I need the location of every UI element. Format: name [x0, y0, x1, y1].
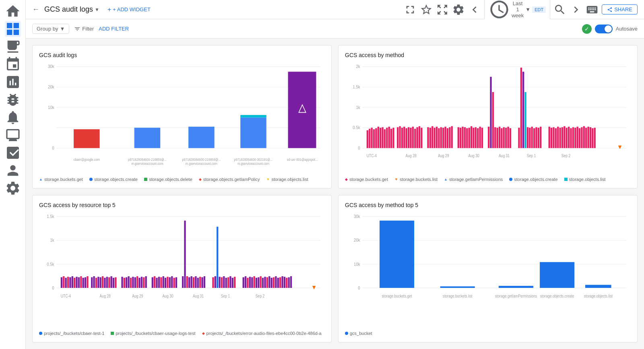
svg-rect-11 [188, 127, 215, 148]
sidebar-icon-home[interactable] [5, 3, 21, 19]
legend-method-buckets-get: ◆ storage.buckets.get [345, 177, 388, 182]
keyboard-button[interactable] [586, 3, 599, 16]
svg-rect-82 [481, 128, 483, 148]
sidebar [0, 0, 26, 349]
svg-rect-225 [266, 277, 268, 287]
svg-rect-202 [204, 276, 205, 288]
svg-text:20k: 20k [354, 237, 360, 242]
svg-rect-212 [232, 277, 233, 287]
star-button[interactable] [420, 3, 433, 16]
svg-text:0: 0 [358, 285, 360, 290]
gcs-audit-logs-legend: ▲ storage.buckets.get storage.objects.cr… [39, 177, 325, 182]
svg-text:1.5k: 1.5k [353, 84, 360, 89]
svg-text:Aug 31: Aug 31 [499, 153, 510, 158]
svg-rect-43 [386, 128, 388, 148]
legend-resource-error-audio-label: projects/_/buckets/error-audio-files-ebe… [206, 331, 322, 336]
svg-rect-234 [286, 277, 287, 287]
sidebar-icon-alerts[interactable] [5, 109, 21, 125]
sidebar-icon-traces[interactable] [5, 56, 21, 72]
svg-rect-103 [538, 128, 539, 148]
sidebar-icon-logs[interactable] [5, 39, 21, 55]
group-by-button[interactable]: Group by ▼ [32, 24, 69, 34]
svg-rect-10 [134, 128, 161, 148]
svg-rect-44 [388, 127, 390, 148]
gcs-access-method-legend: ◆ storage.buckets.get ▼ storage.buckets.… [345, 177, 631, 182]
svg-rect-97 [524, 92, 526, 148]
autosave-toggle[interactable] [595, 25, 613, 33]
sidebar-icon-debug[interactable] [5, 92, 21, 108]
svg-text:1.5k: 1.5k [47, 214, 54, 219]
sidebar-icon-dashboard[interactable] [5, 21, 21, 37]
svg-rect-188 [169, 277, 171, 287]
svg-rect-254 [440, 286, 475, 288]
svg-text:Aug 31: Aug 31 [193, 294, 204, 298]
svg-rect-68 [447, 128, 448, 148]
gcs-access-method-top5-chart: 30k 20k 10k 0 storage.buck [345, 211, 631, 328]
svg-rect-78 [473, 128, 474, 148]
svg-rect-112 [564, 126, 565, 148]
sidebar-icon-monitor[interactable] [5, 127, 21, 143]
sidebar-icon-profiler[interactable] [5, 145, 21, 161]
svg-rect-106 [551, 128, 552, 148]
svg-text:Aug 30: Aug 30 [469, 153, 479, 158]
svg-rect-214 [243, 277, 244, 287]
svg-rect-204 [215, 276, 216, 288]
sidebar-icon-user[interactable] [5, 162, 21, 179]
svg-rect-160 [100, 277, 101, 287]
svg-rect-61 [431, 126, 433, 148]
sidebar-icon-settings[interactable] [5, 180, 21, 196]
svg-rect-224 [264, 277, 266, 288]
svg-rect-13 [240, 115, 266, 117]
svg-text:storage.objects.create: storage.objects.create [540, 294, 574, 298]
svg-rect-158 [95, 277, 97, 287]
settings-button[interactable] [452, 3, 465, 16]
svg-rect-155 [87, 276, 88, 288]
svg-rect-145 [65, 277, 67, 287]
sidebar-icon-metrics[interactable] [5, 74, 21, 90]
search-button[interactable] [553, 3, 566, 16]
svg-text:10k: 10k [48, 105, 54, 110]
title-dropdown-arrow[interactable]: ▼ [95, 7, 99, 12]
back-button[interactable]: ← [32, 5, 39, 14]
svg-rect-185 [163, 276, 164, 288]
dashboard-grid: GCS audit logs 30k 20k 10k 0 [26, 39, 644, 349]
svg-rect-153 [83, 277, 84, 287]
svg-rect-34 [367, 130, 368, 148]
svg-rect-157 [93, 276, 95, 288]
add-widget-icon: + [107, 6, 111, 13]
expand-button[interactable] [436, 3, 449, 16]
add-widget-button[interactable]: + + ADD WIDGET [104, 4, 154, 15]
svg-rect-215 [245, 276, 246, 288]
svg-rect-193 [184, 220, 186, 287]
svg-text:Sep 1: Sep 1 [221, 294, 230, 298]
svg-rect-65 [440, 127, 442, 148]
gcs-access-resource-title: GCS access by resource top 5 [39, 202, 325, 208]
prev-button[interactable] [468, 3, 481, 16]
legend-objects-list-icon: ▼ [266, 177, 270, 181]
svg-rect-173 [132, 277, 134, 288]
autosave-label: Autosave [616, 26, 638, 32]
svg-rect-233 [284, 277, 285, 288]
add-filter-button[interactable]: ADD FILTER [99, 26, 129, 32]
add-filter-label: ADD FILTER [99, 26, 129, 32]
svg-rect-253 [380, 220, 414, 287]
svg-rect-88 [499, 127, 500, 148]
svg-rect-180 [152, 277, 153, 287]
toggle-knob [605, 25, 612, 33]
fullscreen-toggle-button[interactable] [404, 3, 417, 16]
next-button[interactable] [570, 3, 582, 16]
legend-top5-gcs-bucket-label: gcs_bucket [350, 331, 372, 336]
svg-text:Sep 2: Sep 2 [561, 153, 570, 158]
svg-rect-164 [108, 277, 110, 287]
time-range-button[interactable]: Last 1 week ▼ EDT [484, 0, 550, 22]
svg-rect-47 [397, 127, 398, 148]
topbar: ← GCS audit logs ▼ + + ADD WIDGET [26, 0, 644, 19]
filter-button[interactable]: Filter [74, 26, 94, 32]
page-title: GCS audit logs ▼ [44, 5, 99, 14]
svg-rect-221 [258, 277, 259, 287]
legend-buckets-get-label: storage.buckets.get [44, 177, 83, 182]
svg-rect-199 [197, 277, 199, 287]
gcs-access-method-top5-panel: GCS access by method top 5 30k 20k 10k 0 [338, 195, 638, 343]
share-button[interactable]: SHARE [602, 4, 638, 14]
svg-rect-181 [154, 276, 155, 288]
